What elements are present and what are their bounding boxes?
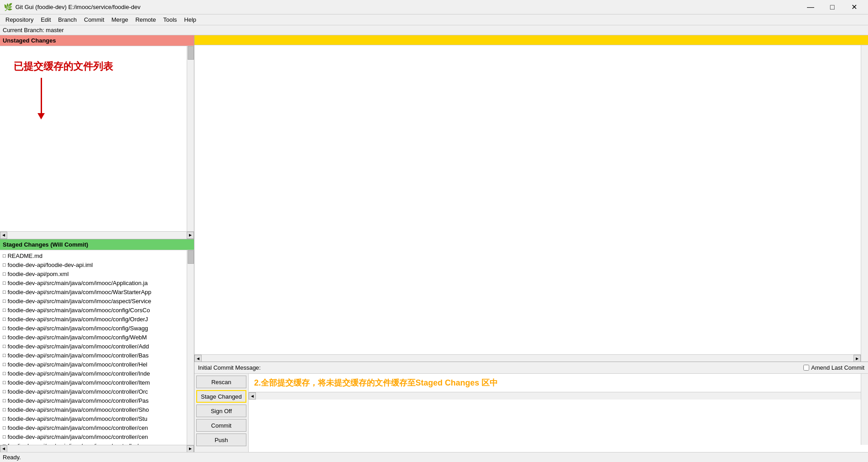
- file-icon: □: [3, 352, 6, 358]
- branch-bar: Current Branch: master: [0, 25, 868, 35]
- file-icon: □: [3, 416, 6, 421]
- file-icon: □: [3, 325, 6, 331]
- annotation-box: 已提交缓存的文件列表: [14, 60, 113, 114]
- hscroll-right-arrow[interactable]: ▶: [187, 232, 194, 239]
- commit-hscroll-track[interactable]: [256, 392, 861, 400]
- commit-button[interactable]: Commit: [196, 419, 246, 432]
- staged-header: Staged Changes (Will Commit): [0, 239, 194, 250]
- diff-hscroll-right[interactable]: ▶: [854, 355, 861, 362]
- amend-label: Amend Last Commit: [811, 364, 864, 371]
- minimize-button[interactable]: —: [800, 0, 821, 14]
- file-item[interactable]: □foodie-dev-api/src/main/java/com/imooc/…: [2, 387, 192, 396]
- push-button[interactable]: Push: [196, 433, 246, 446]
- staged-hscroll-track[interactable]: [7, 445, 187, 452]
- file-item[interactable]: □foodie-dev-api/src/main/java/com/imooc/…: [2, 305, 192, 314]
- title-text: Git Gui (foodie-dev) E:/imooc/service/fo…: [15, 4, 800, 10]
- file-icon: □: [3, 371, 6, 376]
- amend-checkbox-area[interactable]: Amend Last Commit: [803, 364, 864, 371]
- file-icon: □: [3, 434, 6, 439]
- file-item[interactable]: □foodie-dev-api/src/main/java/com/imooc/…: [2, 423, 192, 432]
- menu-tools[interactable]: Tools: [160, 15, 180, 24]
- diff-content[interactable]: ◀ ▶: [194, 45, 868, 362]
- staged-scroll-thumb[interactable]: [188, 250, 194, 264]
- file-icon: □: [3, 343, 6, 349]
- commit-hscroll[interactable]: ◀ ▶: [249, 392, 868, 399]
- file-item[interactable]: □foodie-dev-api/src/main/java/com/imooc/…: [2, 378, 192, 387]
- menu-remote[interactable]: Remote: [132, 15, 160, 24]
- file-item[interactable]: □README.md: [2, 251, 192, 260]
- diff-vscroll[interactable]: [861, 45, 868, 362]
- file-icon: □: [3, 253, 6, 258]
- menu-merge[interactable]: Merge: [108, 15, 132, 24]
- menu-bar: Repository Edit Branch Commit Merge Remo…: [0, 14, 868, 25]
- file-icon: □: [3, 389, 6, 394]
- unstaged-header: Unstaged Changes: [0, 35, 194, 46]
- menu-edit[interactable]: Edit: [37, 15, 54, 24]
- diff-hscroll-left[interactable]: ◀: [194, 355, 202, 362]
- buttons-column: Rescan Stage Changed Sign Off Commit Pus…: [194, 374, 249, 452]
- main-content: Unstaged Changes 已提交缓存的文件列表 ◀ ▶ Staged C…: [0, 35, 868, 452]
- stage-changed-button[interactable]: Stage Changed: [196, 390, 246, 403]
- unstaged-vscroll[interactable]: [187, 46, 194, 231]
- file-icon: □: [3, 271, 6, 276]
- staged-hscroll-left[interactable]: ◀: [0, 445, 7, 452]
- title-bar: 🌿 Git Gui (foodie-dev) E:/imooc/service/…: [0, 0, 868, 14]
- unstaged-scroll-thumb[interactable]: [188, 46, 194, 60]
- file-item[interactable]: □foodie-dev-api/src/main/java/com/imooc/…: [2, 432, 192, 441]
- file-icon: □: [3, 425, 6, 430]
- unstaged-panel: Unstaged Changes 已提交缓存的文件列表 ◀ ▶: [0, 35, 194, 239]
- file-item[interactable]: □foodie-dev-api/src/main/java/com/imooc/…: [2, 351, 192, 360]
- sign-off-button[interactable]: Sign Off: [196, 405, 246, 417]
- menu-commit[interactable]: Commit: [80, 15, 108, 24]
- commit-text-area: 2.全部提交缓存，将未提交缓存的文件缓存至Staged Changes 区中 ◀…: [249, 374, 868, 452]
- file-icon: □: [3, 289, 6, 295]
- file-icon: □: [3, 398, 6, 403]
- close-button[interactable]: ✕: [844, 0, 864, 14]
- file-item[interactable]: □foodie-dev-api/src/main/java/com/imooc/…: [2, 360, 192, 369]
- amend-checkbox[interactable]: [803, 365, 809, 371]
- rescan-button[interactable]: Rescan: [196, 376, 246, 388]
- diff-hscroll[interactable]: ◀ ▶: [194, 354, 861, 362]
- staged-content: □README.md□foodie-dev-api/foodie-dev-api…: [0, 250, 194, 445]
- app-icon: 🌿: [4, 3, 13, 12]
- commit-message-label: Initial Commit Message:: [198, 364, 261, 371]
- file-item[interactable]: □foodie-dev-api/src/main/java/com/imooc/…: [2, 414, 192, 423]
- hscroll-track[interactable]: [7, 232, 187, 239]
- menu-help[interactable]: Help: [180, 15, 200, 24]
- file-item[interactable]: □foodie-dev-api/src/main/java/com/imooc/…: [2, 314, 192, 324]
- commit-message-bar: Initial Commit Message: Amend Last Commi…: [194, 362, 868, 374]
- staged-hscroll-right[interactable]: ▶: [187, 445, 194, 452]
- file-list: □README.md□foodie-dev-api/foodie-dev-api…: [0, 250, 194, 445]
- diff-hscroll-track[interactable]: [202, 355, 854, 362]
- file-item[interactable]: □foodie-dev-api/src/main/java/com/imooc/…: [2, 441, 192, 445]
- menu-branch[interactable]: Branch: [55, 15, 80, 24]
- commit-hscroll-left[interactable]: ◀: [249, 392, 256, 400]
- hscroll-left-arrow[interactable]: ◀: [0, 232, 7, 239]
- file-item[interactable]: □foodie-dev-api/src/main/java/com/imooc/…: [2, 369, 192, 378]
- file-item[interactable]: □foodie-dev-api/src/main/java/com/imooc/…: [2, 287, 192, 296]
- unstaged-hscroll[interactable]: ◀ ▶: [0, 231, 194, 238]
- file-item[interactable]: □foodie-dev-api/src/main/java/com/imooc/…: [2, 324, 192, 333]
- staged-hscroll[interactable]: ◀ ▶: [0, 445, 194, 452]
- file-icon: □: [3, 407, 6, 412]
- annotation-arrow: [41, 78, 42, 114]
- branch-label: Current Branch: master: [3, 27, 64, 33]
- bottom-content: Rescan Stage Changed Sign Off Commit Pus…: [194, 374, 868, 452]
- file-icon: □: [3, 334, 6, 340]
- file-item[interactable]: □foodie-dev-api/src/main/java/com/imooc/…: [2, 296, 192, 305]
- menu-repository[interactable]: Repository: [2, 15, 37, 24]
- file-item[interactable]: □foodie-dev-api/src/main/java/com/imooc/…: [2, 278, 192, 287]
- file-item[interactable]: □foodie-dev-api/src/main/java/com/imooc/…: [2, 396, 192, 405]
- staged-panel: Staged Changes (Will Commit) □README.md□…: [0, 239, 194, 452]
- file-item[interactable]: □foodie-dev-api/pom.xml: [2, 269, 192, 278]
- file-item[interactable]: □foodie-dev-api/src/main/java/com/imooc/…: [2, 333, 192, 342]
- file-item[interactable]: □foodie-dev-api/src/main/java/com/imooc/…: [2, 342, 192, 351]
- file-icon: □: [3, 362, 6, 367]
- maximize-button[interactable]: □: [822, 0, 843, 14]
- unstaged-content: 已提交缓存的文件列表: [0, 46, 194, 231]
- file-item[interactable]: □foodie-dev-api/src/main/java/com/imooc/…: [2, 405, 192, 414]
- diff-header-bar: [194, 35, 868, 45]
- file-item[interactable]: □foodie-dev-api/foodie-dev-api.iml: [2, 260, 192, 269]
- commit-vscroll[interactable]: [861, 374, 868, 445]
- staged-vscroll[interactable]: [187, 250, 194, 445]
